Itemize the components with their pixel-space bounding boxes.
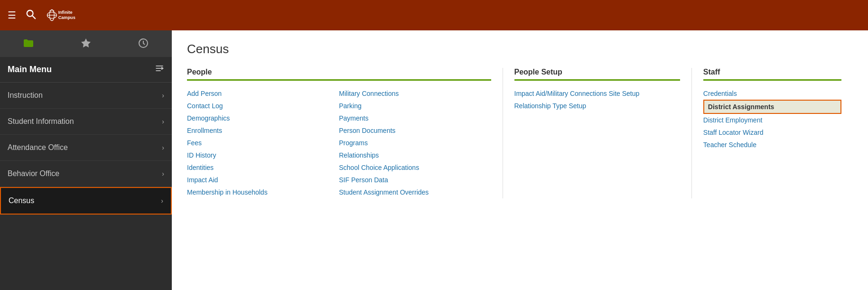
link-district-employment[interactable]: District Employment xyxy=(703,114,841,126)
sidebar-item-student-information[interactable]: Student Information › xyxy=(0,109,172,135)
people-setup-header: People Setup xyxy=(514,68,680,81)
content-columns: People Add Person Contact Log Demographi… xyxy=(187,68,853,198)
sidebar-items: Instruction › Student Information › Atte… xyxy=(0,83,172,290)
chevron-icon: › xyxy=(162,118,164,125)
people-setup-column: People Setup Impact Aid/Military Connect… xyxy=(503,68,691,198)
top-bar: ☰ Infinite Campus xyxy=(0,0,868,30)
link-relationship-type-setup[interactable]: Relationship Type Setup xyxy=(514,100,680,112)
link-demographics[interactable]: Demographics xyxy=(187,112,339,124)
link-military-connections[interactable]: Military Connections xyxy=(339,87,491,100)
sidebar-item-label: Behavior Office xyxy=(8,169,59,178)
staff-column: Staff Credentials District Assignments D… xyxy=(691,68,853,198)
sidebar-item-instruction[interactable]: Instruction › xyxy=(0,83,172,109)
sidebar-item-census[interactable]: Census › xyxy=(0,187,172,215)
link-contact-log[interactable]: Contact Log xyxy=(187,100,339,112)
chevron-icon: › xyxy=(162,170,164,178)
link-payments[interactable]: Payments xyxy=(339,112,491,124)
link-credentials[interactable]: Credentials xyxy=(703,87,841,100)
sidebar-tab-folder[interactable] xyxy=(0,30,57,57)
svg-line-1 xyxy=(32,15,35,18)
people-setup-links: Impact Aid/Military Connections Site Set… xyxy=(514,87,680,112)
sidebar-item-behavior-office[interactable]: Behavior Office › xyxy=(0,161,172,187)
link-programs[interactable]: Programs xyxy=(339,137,491,149)
people-header: People xyxy=(187,68,491,81)
link-id-history[interactable]: ID History xyxy=(187,149,339,161)
link-impact-aid[interactable]: Impact Aid xyxy=(187,174,339,186)
staff-header: Staff xyxy=(703,68,841,81)
menu-icon[interactable]: ☰ xyxy=(8,9,16,21)
staff-links: Credentials District Assignments Distric… xyxy=(703,87,841,151)
link-staff-locator-wizard[interactable]: Staff Locator Wizard xyxy=(703,126,841,139)
link-add-person[interactable]: Add Person xyxy=(187,87,339,100)
link-parking[interactable]: Parking xyxy=(339,100,491,112)
link-school-choice-applications[interactable]: School Choice Applications xyxy=(339,161,491,174)
sidebar-item-label: Student Information xyxy=(8,117,74,126)
link-impact-aid-military[interactable]: Impact Aid/Military Connections Site Set… xyxy=(514,87,680,100)
people-sub-col-2: Military Connections Parking Payments Pe… xyxy=(339,87,491,198)
sidebar-header: Main Menu xyxy=(0,57,172,83)
link-district-assignments[interactable]: District Assignments xyxy=(703,100,841,114)
link-student-assignment-overrides[interactable]: Student Assignment Overrides xyxy=(339,186,491,198)
link-teacher-schedule[interactable]: Teacher Schedule xyxy=(703,139,841,151)
link-relationships[interactable]: Relationships xyxy=(339,149,491,161)
chevron-icon: › xyxy=(161,197,163,205)
sidebar-tab-favorites[interactable] xyxy=(57,30,115,57)
sidebar-title: Main Menu xyxy=(8,65,52,75)
link-membership-in-households[interactable]: Membership in Households xyxy=(187,186,339,198)
people-links: Add Person Contact Log Demographics Enro… xyxy=(187,87,491,198)
sidebar: Main Menu Instruction › Student Informat… xyxy=(0,30,172,290)
sidebar-item-label: Census xyxy=(9,196,34,205)
people-sub-col-1: Add Person Contact Log Demographics Enro… xyxy=(187,87,339,198)
svg-text:Infinite: Infinite xyxy=(58,10,73,15)
sidebar-item-attendance-office[interactable]: Attendance Office › xyxy=(0,135,172,161)
svg-text:Campus: Campus xyxy=(58,15,75,20)
sidebar-item-label: Attendance Office xyxy=(8,143,68,152)
main-layout: Main Menu Instruction › Student Informat… xyxy=(0,30,868,290)
chevron-icon: › xyxy=(162,92,164,99)
link-person-documents[interactable]: Person Documents xyxy=(339,124,491,137)
chevron-icon: › xyxy=(162,144,164,151)
people-column: People Add Person Contact Log Demographi… xyxy=(187,68,503,198)
sidebar-list-icon[interactable] xyxy=(155,64,164,75)
link-fees[interactable]: Fees xyxy=(187,137,339,149)
sidebar-item-label: Instruction xyxy=(8,91,43,100)
link-sif-person-data[interactable]: SIF Person Data xyxy=(339,174,491,186)
link-identities[interactable]: Identities xyxy=(187,161,339,174)
sidebar-tab-history[interactable] xyxy=(114,30,172,57)
sidebar-tabs xyxy=(0,30,172,57)
link-enrollments[interactable]: Enrollments xyxy=(187,124,339,137)
content-area: Census People Add Person Contact Log Dem… xyxy=(172,30,868,290)
page-title: Census xyxy=(187,42,853,56)
logo: Infinite Campus xyxy=(46,6,93,25)
search-icon[interactable] xyxy=(26,9,36,22)
